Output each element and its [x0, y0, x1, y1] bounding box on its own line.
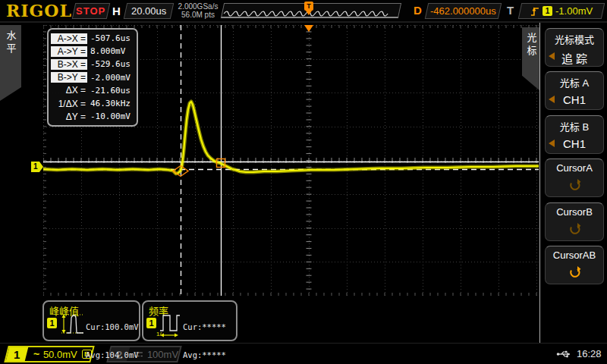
readout-row: B->Y =-2.000mV — [51, 71, 134, 84]
ch2-scale-value: 100mV — [147, 349, 178, 360]
readout-value: 46.30kHz — [87, 99, 131, 108]
readout-label: A->X = — [51, 33, 87, 44]
trigger-indicator: 1 -1.00mV — [518, 3, 605, 19]
knob-rotate-icon — [568, 179, 581, 192]
delay-label: D — [414, 4, 422, 17]
readout-label: B->Y = — [51, 72, 87, 83]
menu-item-cursor-a-source[interactable]: 光标 A CH1 — [545, 71, 604, 110]
run-state-label: STOP — [76, 5, 105, 17]
oscilloscope-screen: RIGOL STOP H 20.00us 2.000GSa/s 56.0M pt… — [0, 0, 607, 364]
knob-rotate-icon — [568, 223, 581, 236]
readout-label: A->Y = — [51, 46, 87, 57]
readout-row: B->X =-529.6us — [51, 58, 134, 71]
usb-icon — [556, 350, 573, 359]
readout-row: 1/ΔX =46.30kHz — [51, 97, 134, 110]
tab-horizontal[interactable]: 水平 — [0, 25, 21, 101]
readout-label: B->X = — [51, 59, 87, 70]
menu-item-title: CursorB — [546, 206, 603, 218]
peak-peak-icon — [57, 309, 86, 340]
menu-item-title: CursorA — [546, 162, 603, 174]
readout-row: A->X =-507.6us — [51, 32, 134, 45]
delay-value: -462.000000us — [430, 5, 496, 17]
cursor-readout-panel: A->X =-507.6us A->Y =8.000mV B->X =-529.… — [47, 28, 138, 127]
menu-item-value: CH1 — [563, 137, 586, 150]
left-arrow-icon — [549, 96, 555, 103]
rigol-logo: RIGOL — [6, 1, 72, 20]
channel-badge: 1 — [47, 318, 57, 328]
readout-row: A->Y =8.000mV — [51, 45, 134, 58]
sample-rate: 2.000GSa/s 56.0M pts — [175, 2, 221, 19]
trigger-level-value: -1.00mV — [555, 5, 593, 17]
readout-value: -10.00mV — [87, 111, 131, 121]
ch1-badge: 1 — [14, 348, 20, 361]
menu-item-title: 光标 A — [546, 75, 603, 89]
memory-depth-value: 56.0M pts — [175, 11, 221, 19]
readout-label: ΔX = — [51, 85, 87, 96]
menu-item-cursor-b-source[interactable]: 光标 B CH1 — [545, 115, 604, 154]
readout-label: ΔY = — [51, 111, 87, 122]
readout-value: 8.000mV — [87, 46, 125, 56]
trigger-position-flag-tail — [306, 11, 312, 15]
timebase-value: 20.00us — [131, 5, 166, 17]
measurement-values: Cur:***** Avg:***** Min:***** Max:***** — [183, 303, 226, 364]
menu-item-value: CH1 — [563, 93, 586, 106]
frequency-icon: 1/ — [156, 309, 185, 341]
timebase-indicator: 20.00us — [124, 3, 174, 19]
readout-row: ΔY =-10.00mV — [51, 110, 134, 123]
readout-value: -2.000mV — [87, 73, 131, 83]
trigger-position-flag: T — [304, 2, 313, 11]
tab-horizontal-label: 水平 — [4, 25, 18, 101]
readout-value: -529.6us — [87, 59, 131, 69]
run-state-indicator[interactable]: STOP — [72, 3, 110, 19]
horizontal-label: H — [112, 5, 121, 17]
menu-item-cursor-a[interactable]: CursorA — [545, 158, 604, 197]
svg-text:1/: 1/ — [156, 331, 162, 337]
trigger-source-badge: 1 — [543, 6, 552, 16]
readout-value: -21.60us — [87, 86, 131, 96]
menu-item-cursor-ab[interactable]: CursorAB — [545, 246, 604, 284]
ch1-scale-value: 50.0mV — [43, 349, 77, 360]
readout-label: 1/ΔX = — [51, 99, 87, 109]
menu-item-title: 光标模式 — [546, 32, 603, 46]
measurement-values: Cur:100.0mV Avg:104.0mV Min:100.0mV Max:… — [86, 303, 139, 364]
readout-value: -507.6us — [87, 33, 131, 43]
menu-item-title: 光标 B — [546, 119, 603, 133]
knob-rotate-icon — [568, 266, 581, 279]
trigger-label: T — [507, 4, 514, 17]
rising-edge-icon — [530, 6, 539, 17]
menu-item-cursor-b[interactable]: CursorB — [545, 202, 604, 241]
channel-badge: 1 — [146, 318, 156, 328]
left-arrow-icon — [549, 140, 555, 147]
clock: 16:28 — [577, 348, 602, 359]
measurement-box-frequency: 频率 1 1/ Cur:***** Avg:***** Min:***** Ma… — [142, 300, 237, 341]
ch1-ground-marker[interactable]: 1 — [31, 162, 43, 172]
menu-item-cursor-mode[interactable]: 光标模式 追 踪 — [545, 28, 604, 67]
ch1-indicator[interactable]: 1 ~ 50.0mV B — [4, 346, 94, 362]
left-arrow-icon — [549, 52, 555, 60]
status-bar: RIGOL STOP H 20.00us 2.000GSa/s 56.0M pt… — [0, 0, 607, 23]
ac-coupling-icon: ~ — [33, 348, 39, 360]
delay-indicator: -462.000000us — [425, 3, 502, 19]
sample-rate-value: 2.000GSa/s — [175, 2, 221, 11]
menu-item-value: 追 踪 — [561, 52, 587, 65]
menu-item-title: CursorAB — [546, 249, 603, 261]
measurement-box-peak-peak: 峰峰值 1 Cur:100.0mV Avg:104.0mV Min:100.0m… — [42, 300, 140, 341]
softkey-menu: 光标模式 追 踪 光标 A CH1 光标 B CH1 CursorA Curso… — [539, 23, 607, 343]
readout-row: ΔX =-21.60us — [51, 84, 134, 97]
